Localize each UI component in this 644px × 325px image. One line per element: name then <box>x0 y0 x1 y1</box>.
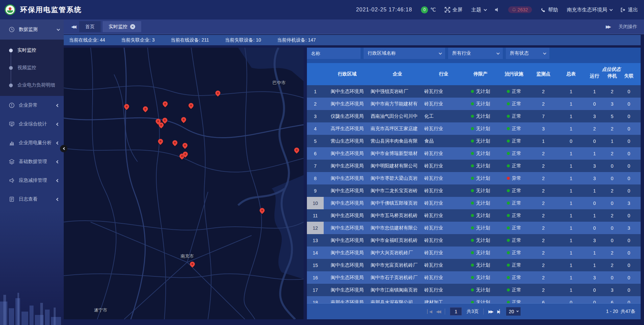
cell-industry: 砖瓦行业 <box>424 287 463 293</box>
sidebar-group-数据监测[interactable]: 数据监测 <box>0 19 64 40</box>
cell-region: 阆中生态环境局 <box>324 151 371 157</box>
sidebar-submenu: 实时监控视频监控企业电力负荷明细 <box>0 40 64 96</box>
status-dot-green <box>471 90 474 93</box>
table-row[interactable]: 18南部生态环境局南部县水泥有限公司建材加工无计划正常60060 <box>307 296 641 303</box>
cell-points: 2 <box>530 263 557 268</box>
org-dropdown[interactable]: 南充市生态环境局 <box>567 7 612 13</box>
sidebar-group-企业用电量分析[interactable]: 企业用电量分析 <box>0 133 64 152</box>
map-canvas[interactable] <box>64 48 304 319</box>
table-row[interactable]: 5营山生态环境局营山县润丰肉食品有限食品无计划正常10010 <box>307 135 641 147</box>
chevron-left-icon <box>56 104 60 107</box>
cell-points: 2 <box>530 250 557 256</box>
region-filter-dropdown[interactable]: 行政区域名称 <box>364 48 445 59</box>
cell-stop: 0 <box>604 275 621 280</box>
cell-industry: 砖瓦行业 <box>424 163 463 169</box>
cell-lost: 0 <box>621 176 637 181</box>
cell-facility: 正常 <box>498 151 530 157</box>
sidebar-group-企业异常[interactable]: 企业异常 <box>0 96 64 115</box>
tab-首页[interactable]: 首页 <box>79 21 101 32</box>
sidebar-group-日志查看[interactable]: 日志查看 <box>0 190 64 209</box>
table-row[interactable]: 2阆中生态环境局阆中市南方节能建材有砖瓦行业无计划正常21030 <box>307 98 641 110</box>
facility-label: 正常 <box>512 113 521 119</box>
theme-dropdown[interactable]: 主题 <box>471 7 486 13</box>
table-row[interactable]: 7阆中生态环境局阆中明阳建材有限公司砖瓦行业无计划正常21300 <box>307 160 641 172</box>
table-row[interactable]: 17阆中生态环境局阆中市江南镇阆南页岩砖瓦行业无计划正常21030 <box>307 284 641 296</box>
table-row[interactable]: 13阆中生态环境局阆中市金福旺页岩机砖砖瓦行业无计划正常21300 <box>307 234 641 247</box>
cell-facility: 正常 <box>498 237 530 243</box>
cell-region: 阆中生态环境局 <box>324 163 371 169</box>
cell-company: 营山县润丰肉食品有限 <box>371 138 424 144</box>
table-row[interactable]: 1阆中生态环境局阆中强锐页岩砖厂砖瓦行业无计划正常21120 <box>307 85 641 98</box>
table-row[interactable]: 9阆中生态环境局阆中市二龙长宝页岩砖砖瓦行业无计划正常21120 <box>307 184 641 197</box>
plan-label: 无计划 <box>476 262 490 268</box>
plan-label: 无计划 <box>476 163 490 169</box>
fullscreen-button[interactable]: 全屏 <box>445 7 463 13</box>
sidebar-item-视频监控[interactable]: 视频监控 <box>0 59 64 76</box>
name-filter-input[interactable] <box>311 51 357 56</box>
cell-region: 阆中生态环境局 <box>324 225 371 231</box>
tab-close-icon[interactable]: ✕ <box>130 24 135 29</box>
cell-stop: 1 <box>604 139 621 144</box>
cell-rownum: 6 <box>307 147 324 160</box>
map-collapse-toggle[interactable] <box>60 145 67 152</box>
sidebar-group-企业综合统计[interactable]: 企业综合统计 <box>0 115 64 133</box>
table-row[interactable]: 10阆中生态环境局阆中千佛镇五郎垭页岩砖瓦行业无计划正常21003 <box>307 197 641 209</box>
cell-meters: 1 <box>557 238 585 243</box>
cell-run: 1 <box>585 151 604 156</box>
cell-facility: 正常 <box>498 101 530 107</box>
logout-button[interactable]: 退出 <box>621 7 638 13</box>
sidebar-item-label: 视频监控 <box>17 65 36 71</box>
cell-run: 3 <box>585 163 604 169</box>
sound-mute-button[interactable] <box>495 7 499 12</box>
facility-label: 正常 <box>512 101 521 107</box>
facility-label: 正常 <box>512 287 521 293</box>
next-page-icon[interactable]: ▶▶ <box>488 309 492 314</box>
sidebar-group-应急减排管理[interactable]: 应急减排管理 <box>0 171 64 190</box>
tab-实时监控[interactable]: 实时监控✕ <box>103 21 141 32</box>
facility-label: 正常 <box>512 163 521 169</box>
plan-label: 无计划 <box>476 300 490 304</box>
help-button[interactable]: 帮助 <box>541 7 558 13</box>
tabs-scroll-right-icon[interactable]: ▶▶ <box>606 24 610 29</box>
last-page-icon[interactable]: ▶▏ <box>497 309 501 314</box>
page-size-select[interactable]: 20 <box>506 307 521 316</box>
page-number-input[interactable] <box>450 307 462 316</box>
cell-company: 阆中大兴页岩机砖厂 <box>371 250 424 256</box>
table-row[interactable]: 11阆中生态环境局阆中市五马桥页岩机砖砖瓦行业无计划正常21120 <box>307 209 641 222</box>
cell-company: 阆中市光富页岩机砖厂 <box>371 262 424 268</box>
table-row[interactable]: 15阆中生态环境局阆中市光富页岩机砖厂砖瓦行业无计划正常21120 <box>307 259 641 271</box>
first-page-icon[interactable]: ▏◀ <box>427 309 431 314</box>
status-filter-dropdown[interactable]: 所有状态 <box>506 48 549 59</box>
table-row[interactable]: 6阆中生态环境局阆中市金博瑞新型墙材砖瓦行业无计划正常21120 <box>307 147 641 160</box>
chevron-left-icon <box>63 147 65 150</box>
status-dot-green <box>507 276 510 279</box>
plan-label: 无计划 <box>476 200 490 206</box>
prev-page-icon[interactable]: ◀◀ <box>436 309 440 314</box>
industry-filter-dropdown[interactable]: 所有行业 <box>448 48 503 59</box>
notification-badge[interactable]: 2632 <box>508 6 532 13</box>
sidebar-group-基础数据管理[interactable]: 基础数据管理 <box>0 152 64 171</box>
cell-facility: 正常 <box>498 163 530 169</box>
chevron-down-icon <box>57 28 60 31</box>
table-row[interactable]: 14阆中生态环境局阆中大兴页岩机砖厂砖瓦行业无计划正常21120 <box>307 247 641 259</box>
close-operations-button[interactable]: 关闭操作 <box>619 24 637 30</box>
table-row[interactable]: 4高坪生态环境局南充市高坪区王家店建砖瓦行业无计划正常31220 <box>307 122 641 135</box>
cell-plan: 无计划 <box>463 287 498 293</box>
name-filter[interactable] <box>307 48 361 59</box>
table-row[interactable]: 12阆中生态环境局阆中市忠信建材有限公砖瓦行业无计划正常21003 <box>307 222 641 234</box>
tabs-scroll-left-icon[interactable]: ◀◀ <box>71 24 75 29</box>
plan-label: 无计划 <box>476 250 490 256</box>
chevron-left-icon <box>56 141 60 145</box>
content-area: 巴中市南充市遂宁市 行政区域名称 <box>64 48 644 319</box>
table-row[interactable]: 3仪陇生态环境局西南油气田分公司川中化工无计划正常71350 <box>307 110 641 122</box>
industry-filter-value: 所有行业 <box>452 50 471 56</box>
cell-plan: 无计划 <box>463 175 498 181</box>
cell-rownum: 5 <box>307 135 324 147</box>
sidebar-item-企业电力负荷明细[interactable]: 企业电力负荷明细 <box>0 76 64 94</box>
total-pages-label: 共3页 <box>467 309 479 315</box>
table-row[interactable]: 8阆中生态环境局阆中市枣碧大梁山页岩砖瓦行业无计划异常21300 <box>307 172 641 184</box>
cell-region: 阆中生态环境局 <box>324 213 371 219</box>
sidebar-item-实时监控[interactable]: 实时监控 <box>0 42 64 59</box>
cell-stop: 0 <box>604 238 621 243</box>
table-row[interactable]: 16阆中生态环境局阆中市石子页岩机砖厂砖瓦行业无计划正常21300 <box>307 271 641 284</box>
